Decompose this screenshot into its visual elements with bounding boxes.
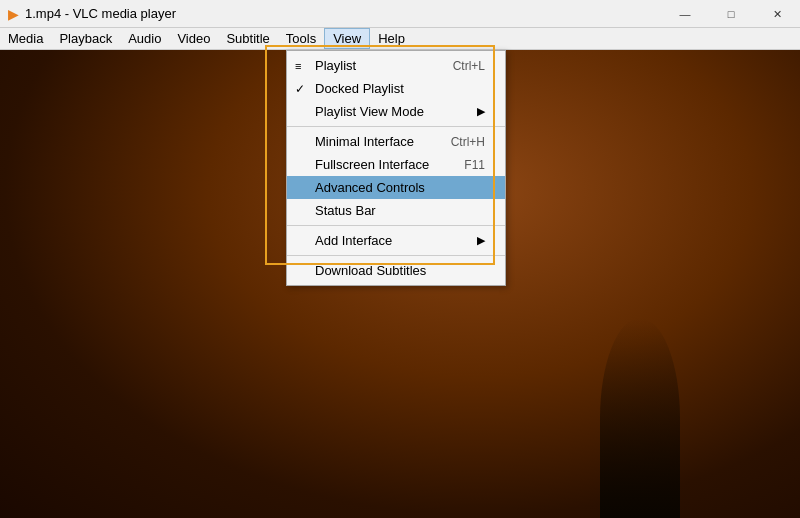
menu-item-label: Playlist: [315, 58, 356, 73]
menu-item-label: Docked Playlist: [315, 81, 404, 96]
menu-item-label: Download Subtitles: [315, 263, 426, 278]
menu-item-minimal-interface[interactable]: Minimal InterfaceCtrl+H: [287, 130, 505, 153]
menu-item-help[interactable]: Help: [370, 28, 413, 49]
menu-item-add-interface[interactable]: Add Interface▶: [287, 229, 505, 252]
menu-item-video[interactable]: Video: [169, 28, 218, 49]
keyboard-shortcut: Ctrl+L: [453, 59, 485, 73]
menu-item-view[interactable]: View: [324, 28, 370, 49]
checkmark-icon: ✓: [295, 82, 305, 96]
minimize-button[interactable]: —: [662, 0, 708, 28]
titlebar: ▶ 1.mp4 - VLC media player — □ ✕: [0, 0, 800, 28]
menu-item-label: Fullscreen Interface: [315, 157, 429, 172]
menu-item-media[interactable]: Media: [0, 28, 51, 49]
keyboard-shortcut: Ctrl+H: [451, 135, 485, 149]
keyboard-shortcut: F11: [464, 158, 485, 172]
menu-item-label: Playlist View Mode: [315, 104, 424, 119]
menu-item-playlist-view-mode[interactable]: Playlist View Mode▶: [287, 100, 505, 123]
menu-item-label: Minimal Interface: [315, 134, 414, 149]
menu-item-fullscreen-interface[interactable]: Fullscreen InterfaceF11: [287, 153, 505, 176]
menubar: MediaPlaybackAudioVideoSubtitleToolsView…: [0, 28, 800, 50]
menu-separator: [287, 255, 505, 256]
menu-item-tools[interactable]: Tools: [278, 28, 324, 49]
titlebar-controls: — □ ✕: [662, 0, 800, 28]
menu-item-playback[interactable]: Playback: [51, 28, 120, 49]
titlebar-title: 1.mp4 - VLC media player: [25, 6, 176, 21]
menu-item-advanced-controls[interactable]: Advanced Controls: [287, 176, 505, 199]
close-button[interactable]: ✕: [754, 0, 800, 28]
menu-separator: [287, 126, 505, 127]
submenu-arrow-icon: ▶: [477, 234, 485, 247]
menu-item-subtitle[interactable]: Subtitle: [218, 28, 277, 49]
vlc-icon: ▶: [8, 6, 19, 22]
submenu-arrow-icon: ▶: [477, 105, 485, 118]
menu-item-playlist[interactable]: ≡PlaylistCtrl+L: [287, 54, 505, 77]
menu-item-label: Status Bar: [315, 203, 376, 218]
menu-separator: [287, 225, 505, 226]
menu-item-docked-playlist[interactable]: ✓Docked Playlist: [287, 77, 505, 100]
view-dropdown-menu: ≡PlaylistCtrl+L✓Docked PlaylistPlaylist …: [286, 50, 506, 286]
menu-item-label: Add Interface: [315, 233, 392, 248]
maximize-button[interactable]: □: [708, 0, 754, 28]
menu-item-audio[interactable]: Audio: [120, 28, 169, 49]
playlist-icon: ≡: [295, 60, 301, 72]
menu-item-status-bar[interactable]: Status Bar: [287, 199, 505, 222]
menu-item-download-subtitles[interactable]: Download Subtitles: [287, 259, 505, 282]
menu-item-label: Advanced Controls: [315, 180, 425, 195]
